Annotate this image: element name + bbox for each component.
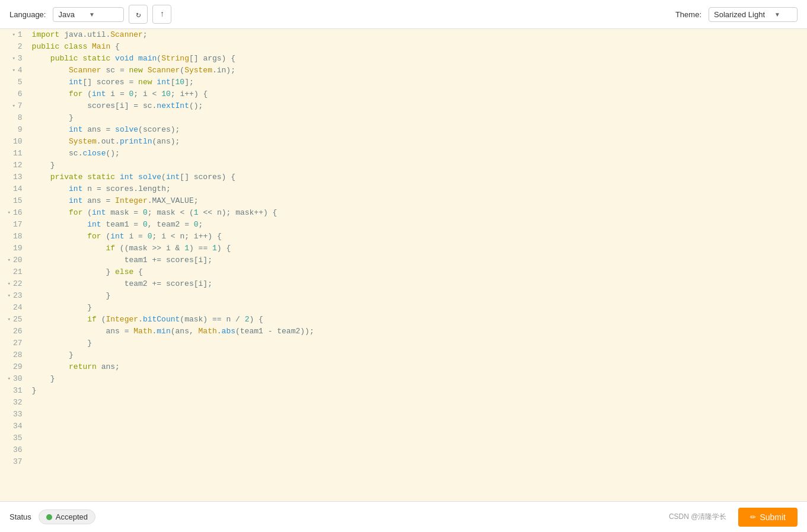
fold-arrow-21 [5,266,11,278]
language-label: Language: [9,10,46,19]
code-line-36: } [32,373,807,385]
line-num-7: ▾7 [5,100,23,112]
code-line-5: Scanner sc = new Scanner(System.in); [32,65,807,77]
code-editor[interactable]: ▾1 2 ▾3 ▾4 5 6 ▾7 8 9 10 11 12 13 14 15 … [0,29,807,501]
code-line-23: if ((mask >> i & 1) == 1) { [32,243,807,254]
line-num-31: 31 [5,385,23,397]
line-num-24: 24 [5,302,23,314]
line-num-26: 26 [5,326,23,337]
code-line-21: int team1 = 0, team2 = 0; [32,219,807,231]
fold-arrow-36 [5,444,11,456]
status-right-wrapper: CSDN @清隆学长 ✏ Submit [669,508,798,527]
fold-arrow-15 [5,195,11,207]
code-line-14: } [32,160,807,171]
line-num-35: 35 [5,432,23,444]
fold-arrow-4[interactable]: ▾ [9,65,15,77]
fold-arrow-3[interactable]: ▾ [9,53,15,65]
fold-arrow-1[interactable]: ▾ [9,29,15,41]
fold-arrow-33 [5,409,11,420]
fold-arrow-20[interactable]: ▾ [5,254,11,266]
line-num-34: 34 [5,420,23,432]
language-value: Java [58,10,74,19]
line-num-11: 11 [5,148,23,160]
toolbar-left: Language: Java ▼ ↻ ↑ [9,5,675,24]
upload-icon: ↑ [160,9,164,19]
status-badge: Accepted [39,509,95,524]
chevron-down-icon: ▼ [89,11,95,18]
status-bar: Status Accepted CSDN @清隆学长 ✏ Submit [0,501,807,532]
fold-arrow-25[interactable]: ▾ [5,314,11,326]
fold-arrow-29 [5,361,11,373]
fold-arrow-17 [5,219,11,231]
fold-arrow-30[interactable]: ▾ [5,373,11,385]
fold-arrow-7[interactable]: ▾ [9,100,15,112]
code-line-24: team1 += scores[i]; [32,254,807,266]
refresh-button[interactable]: ↻ [129,5,148,24]
submit-button[interactable]: ✏ Submit [738,508,798,527]
line-numbers: ▾1 2 ▾3 ▾4 5 6 ▾7 8 9 10 11 12 13 14 15 … [0,29,27,501]
fold-arrow-2 [9,41,15,53]
code-line-33: } [32,349,807,361]
fold-arrow-11 [5,148,11,160]
pencil-icon: ✏ [750,513,756,521]
line-num-3: ▾3 [5,53,23,65]
code-line-22: for (int i = 0; i < n; i++) { [32,231,807,243]
submit-label: Submit [760,512,786,522]
code-line-8: scores[i] = sc.nextInt(); [32,100,807,112]
toolbar-right: Theme: Solarized Light ▼ [675,7,798,22]
fold-arrow-27 [5,337,11,349]
line-num-2: 2 [5,41,23,53]
code-line-37: } [32,385,807,397]
language-dropdown[interactable]: Java ▼ [53,7,124,22]
fold-arrow-18 [5,231,11,243]
toolbar: Language: Java ▼ ↻ ↑ Theme: Solarized Li… [0,0,807,29]
upload-button[interactable]: ↑ [152,5,171,24]
status-value: Accepted [56,512,88,521]
code-line-4: public static void main(String[] args) { [32,53,807,65]
theme-dropdown[interactable]: Solarized Light ▼ [709,7,798,22]
line-num-30: ▾30 [5,373,23,385]
fold-arrow-24 [5,302,11,314]
code-line-30: if (Integer.bitCount(mask) == n / 2) { [32,314,807,326]
line-num-15: 15 [5,195,23,207]
line-num-22: ▾22 [5,278,23,290]
code-line-18: int ans = Integer.MAX_VALUE; [32,195,807,207]
code-line-1: import java.util.Scanner; [32,29,807,41]
theme-label: Theme: [675,10,701,19]
code-line-32: } [32,337,807,349]
line-num-16: ▾16 [5,207,23,219]
code-line-20: for (int mask = 0; mask < (1 << n); mask… [32,207,807,219]
line-num-12: 12 [5,160,23,171]
line-num-17: 17 [5,219,23,231]
code-container: ▾1 2 ▾3 ▾4 5 6 ▾7 8 9 10 11 12 13 14 15 … [0,29,807,501]
fold-arrow-13 [5,171,11,183]
chevron-down-icon-theme: ▼ [774,11,780,18]
line-num-36: 36 [5,444,23,456]
line-num-4: ▾4 [5,65,23,77]
theme-value: Solarized Light [714,10,765,19]
line-num-13: 13 [5,171,23,183]
line-num-9: 9 [5,124,23,136]
code-line-9: } [32,112,807,124]
code-line-17: int n = scores.length; [32,183,807,195]
fold-arrow-26 [5,326,11,337]
fold-arrow-16[interactable]: ▾ [5,207,11,219]
code-line-31: ans = Math.min(ans, Math.abs(team1 - tea… [32,326,807,337]
fold-arrow-12 [5,160,11,171]
line-num-27: 27 [5,337,23,349]
fold-arrow-32 [5,397,11,409]
fold-arrow-23[interactable]: ▾ [5,290,11,302]
line-num-33: 33 [5,409,23,420]
line-num-37: 37 [5,456,23,468]
line-num-29: 29 [5,361,23,373]
status-label: Status [9,512,31,521]
fold-arrow-34 [5,420,11,432]
code-lines[interactable]: import java.util.Scanner; public class M… [27,29,807,501]
status-left: Status Accepted [9,509,95,524]
code-line-25: } else { [32,266,807,278]
fold-arrow-5 [9,77,15,88]
fold-arrow-22[interactable]: ▾ [5,278,11,290]
code-line-11: int ans = solve(scores); [32,124,807,136]
fold-arrow-8 [9,112,15,124]
fold-arrow-28 [5,349,11,361]
